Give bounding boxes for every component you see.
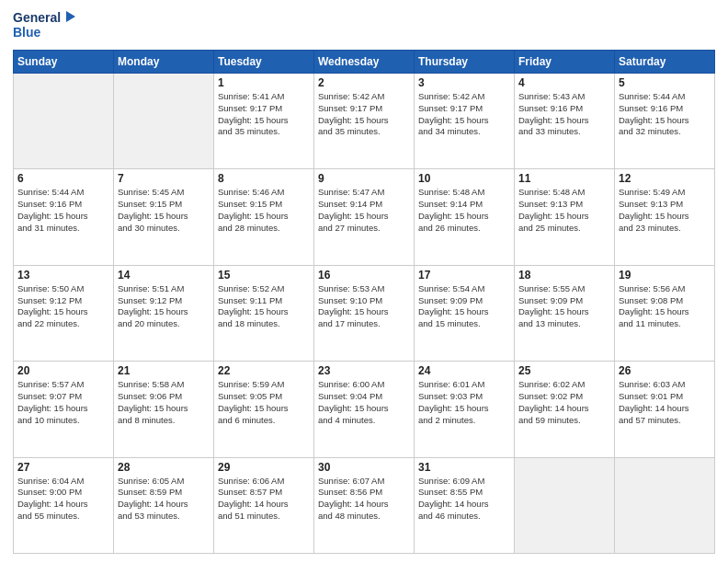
day-detail: Sunrise: 5:53 AMSunset: 9:10 PMDaylight:…: [318, 283, 410, 330]
calendar-cell: 26Sunrise: 6:03 AMSunset: 9:01 PMDayligh…: [615, 362, 715, 457]
calendar-cell: 29Sunrise: 6:06 AMSunset: 8:57 PMDayligh…: [214, 457, 314, 553]
calendar-cell: 5Sunrise: 5:44 AMSunset: 9:16 PMDaylight…: [615, 74, 715, 169]
calendar-cell: 12Sunrise: 5:49 AMSunset: 9:13 PMDayligh…: [615, 169, 715, 265]
calendar-cell: 23Sunrise: 6:00 AMSunset: 9:04 PMDayligh…: [314, 362, 415, 457]
svg-marker-1: [66, 11, 75, 22]
weekday-header-wednesday: Wednesday: [314, 51, 415, 74]
calendar-cell: 21Sunrise: 5:58 AMSunset: 9:06 PMDayligh…: [114, 362, 214, 457]
day-detail: Sunrise: 6:02 AMSunset: 9:02 PMDaylight:…: [518, 379, 610, 426]
svg-text:Blue: Blue: [13, 25, 41, 40]
day-number: 10: [418, 172, 510, 185]
day-number: 24: [418, 364, 510, 377]
day-number: 19: [619, 269, 711, 282]
day-detail: Sunrise: 5:42 AMSunset: 9:17 PMDaylight:…: [318, 91, 410, 138]
day-detail: Sunrise: 6:00 AMSunset: 9:04 PMDaylight:…: [318, 379, 410, 426]
day-detail: Sunrise: 5:56 AMSunset: 9:08 PMDaylight:…: [619, 283, 711, 330]
day-detail: Sunrise: 5:42 AMSunset: 9:17 PMDaylight:…: [418, 91, 510, 138]
calendar-cell: 25Sunrise: 6:02 AMSunset: 9:02 PMDayligh…: [515, 362, 615, 457]
calendar-cell: [615, 457, 715, 553]
page-header: GeneralBlue: [13, 9, 715, 42]
calendar-header-row: SundayMondayTuesdayWednesdayThursdayFrid…: [14, 51, 715, 74]
day-number: 15: [218, 269, 310, 282]
calendar-table: SundayMondayTuesdayWednesdayThursdayFrid…: [13, 50, 715, 554]
calendar-cell: 30Sunrise: 6:07 AMSunset: 8:56 PMDayligh…: [314, 457, 415, 553]
calendar-cell: 13Sunrise: 5:50 AMSunset: 9:12 PMDayligh…: [14, 265, 114, 361]
day-number: 13: [17, 269, 109, 282]
calendar-cell: 18Sunrise: 5:55 AMSunset: 9:09 PMDayligh…: [515, 265, 615, 361]
week-row-4: 20Sunrise: 5:57 AMSunset: 9:07 PMDayligh…: [14, 362, 715, 457]
day-number: 21: [118, 364, 210, 377]
day-detail: Sunrise: 5:50 AMSunset: 9:12 PMDaylight:…: [17, 283, 109, 330]
day-number: 4: [518, 76, 610, 89]
calendar-cell: 19Sunrise: 5:56 AMSunset: 9:08 PMDayligh…: [615, 265, 715, 361]
calendar-cell: 2Sunrise: 5:42 AMSunset: 9:17 PMDaylight…: [314, 74, 415, 169]
weekday-header-saturday: Saturday: [615, 51, 715, 74]
calendar-cell: 7Sunrise: 5:45 AMSunset: 9:15 PMDaylight…: [114, 169, 214, 265]
day-number: 29: [218, 461, 310, 474]
day-number: 12: [619, 172, 711, 185]
day-detail: Sunrise: 5:43 AMSunset: 9:16 PMDaylight:…: [518, 91, 610, 138]
calendar-cell: 17Sunrise: 5:54 AMSunset: 9:09 PMDayligh…: [415, 265, 515, 361]
day-number: 20: [17, 364, 109, 377]
calendar-cell: 14Sunrise: 5:51 AMSunset: 9:12 PMDayligh…: [114, 265, 214, 361]
day-detail: Sunrise: 5:58 AMSunset: 9:06 PMDaylight:…: [118, 379, 210, 426]
day-number: 23: [318, 364, 410, 377]
calendar-cell: 11Sunrise: 5:48 AMSunset: 9:13 PMDayligh…: [515, 169, 615, 265]
week-row-1: 1Sunrise: 5:41 AMSunset: 9:17 PMDaylight…: [14, 74, 715, 169]
day-number: 31: [418, 461, 510, 474]
week-row-5: 27Sunrise: 6:04 AMSunset: 9:00 PMDayligh…: [14, 457, 715, 553]
day-number: 1: [218, 76, 310, 89]
calendar-cell: 16Sunrise: 5:53 AMSunset: 9:10 PMDayligh…: [314, 265, 415, 361]
day-number: 17: [418, 269, 510, 282]
week-row-2: 6Sunrise: 5:44 AMSunset: 9:16 PMDaylight…: [14, 169, 715, 265]
day-detail: Sunrise: 5:52 AMSunset: 9:11 PMDaylight:…: [218, 283, 310, 330]
day-number: 28: [118, 461, 210, 474]
logo: GeneralBlue: [13, 9, 77, 42]
day-number: 18: [518, 269, 610, 282]
day-detail: Sunrise: 6:03 AMSunset: 9:01 PMDaylight:…: [619, 379, 711, 426]
day-number: 26: [619, 364, 711, 377]
calendar-cell: 10Sunrise: 5:48 AMSunset: 9:14 PMDayligh…: [415, 169, 515, 265]
logo-svg: GeneralBlue: [13, 9, 77, 42]
svg-text:General: General: [13, 10, 61, 25]
day-number: 16: [318, 269, 410, 282]
day-number: 6: [17, 172, 109, 185]
weekday-header-tuesday: Tuesday: [214, 51, 314, 74]
calendar-cell: 8Sunrise: 5:46 AMSunset: 9:15 PMDaylight…: [214, 169, 314, 265]
day-number: 22: [218, 364, 310, 377]
calendar-cell: 28Sunrise: 6:05 AMSunset: 8:59 PMDayligh…: [114, 457, 214, 553]
weekday-header-sunday: Sunday: [14, 51, 114, 74]
day-number: 25: [518, 364, 610, 377]
day-detail: Sunrise: 5:51 AMSunset: 9:12 PMDaylight:…: [118, 283, 210, 330]
day-number: 5: [619, 76, 711, 89]
calendar-cell: 4Sunrise: 5:43 AMSunset: 9:16 PMDaylight…: [515, 74, 615, 169]
weekday-header-thursday: Thursday: [415, 51, 515, 74]
day-number: 2: [318, 76, 410, 89]
weekday-header-monday: Monday: [114, 51, 214, 74]
day-detail: Sunrise: 6:09 AMSunset: 8:55 PMDaylight:…: [418, 476, 510, 523]
day-detail: Sunrise: 5:41 AMSunset: 9:17 PMDaylight:…: [218, 91, 310, 138]
day-detail: Sunrise: 5:44 AMSunset: 9:16 PMDaylight:…: [619, 91, 711, 138]
day-detail: Sunrise: 5:57 AMSunset: 9:07 PMDaylight:…: [17, 379, 109, 426]
day-detail: Sunrise: 5:47 AMSunset: 9:14 PMDaylight:…: [318, 187, 410, 234]
day-number: 7: [118, 172, 210, 185]
day-detail: Sunrise: 6:07 AMSunset: 8:56 PMDaylight:…: [318, 476, 410, 523]
day-detail: Sunrise: 5:54 AMSunset: 9:09 PMDaylight:…: [418, 283, 510, 330]
weekday-header-friday: Friday: [515, 51, 615, 74]
calendar-cell: 22Sunrise: 5:59 AMSunset: 9:05 PMDayligh…: [214, 362, 314, 457]
day-number: 8: [218, 172, 310, 185]
day-detail: Sunrise: 5:49 AMSunset: 9:13 PMDaylight:…: [619, 187, 711, 234]
day-detail: Sunrise: 5:48 AMSunset: 9:14 PMDaylight:…: [418, 187, 510, 234]
day-detail: Sunrise: 5:59 AMSunset: 9:05 PMDaylight:…: [218, 379, 310, 426]
calendar-cell: [14, 74, 114, 169]
day-detail: Sunrise: 6:04 AMSunset: 9:00 PMDaylight:…: [17, 476, 109, 523]
week-row-3: 13Sunrise: 5:50 AMSunset: 9:12 PMDayligh…: [14, 265, 715, 361]
calendar-cell: [114, 74, 214, 169]
calendar-cell: 20Sunrise: 5:57 AMSunset: 9:07 PMDayligh…: [14, 362, 114, 457]
calendar-cell: 3Sunrise: 5:42 AMSunset: 9:17 PMDaylight…: [415, 74, 515, 169]
calendar-cell: 24Sunrise: 6:01 AMSunset: 9:03 PMDayligh…: [415, 362, 515, 457]
day-number: 27: [17, 461, 109, 474]
calendar-cell: 15Sunrise: 5:52 AMSunset: 9:11 PMDayligh…: [214, 265, 314, 361]
calendar-cell: 6Sunrise: 5:44 AMSunset: 9:16 PMDaylight…: [14, 169, 114, 265]
day-detail: Sunrise: 5:46 AMSunset: 9:15 PMDaylight:…: [218, 187, 310, 234]
